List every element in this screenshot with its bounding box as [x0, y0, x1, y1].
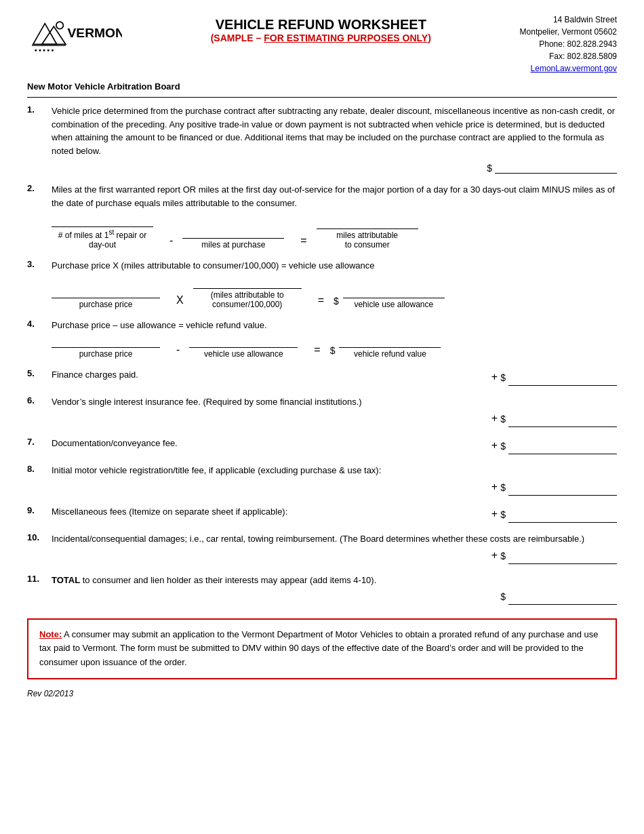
item-1-field[interactable]	[495, 161, 617, 174]
item-3: 3. Purchase price X (miles attributable …	[27, 259, 617, 309]
svg-text:VERMONT: VERMONT	[68, 26, 123, 40]
item-7-dollar: $	[500, 441, 506, 454]
item-2-field-1[interactable]	[52, 215, 153, 227]
svg-point-0	[56, 22, 64, 29]
website-link[interactable]: LemonLaw.vermont.gov	[531, 64, 617, 73]
item-8-body: Initial motor vehicle registration/title…	[52, 464, 617, 496]
header-divider	[27, 97, 617, 98]
item-3-number: 3.	[27, 259, 52, 269]
item-7-text: Documentation/conveyance fee.	[52, 437, 178, 450]
item-5-number: 5.	[27, 368, 52, 378]
svg-text:● ● ● ● ●: ● ● ● ● ●	[35, 47, 54, 52]
title-area: VEHICLE REFUND WORKSHEET (SAMPLE – FOR E…	[122, 14, 520, 43]
item-4-equals: =	[314, 344, 320, 359]
item-2-field-group-3: miles attributableto consumer	[317, 217, 418, 250]
item-4-field-group-2: vehicle use allowance	[189, 336, 298, 359]
item-10-number: 10.	[27, 532, 52, 542]
item-4-text: Purchase price – use allowance = vehicle…	[52, 319, 617, 332]
item-8-field[interactable]	[508, 483, 617, 496]
item-11-number: 11.	[27, 574, 52, 584]
item-1-body: Vehicle price determined from the purcha…	[52, 104, 617, 174]
item-10-plus: +	[491, 549, 498, 564]
item-10-body: Incidental/consequential damages; i.e., …	[52, 532, 617, 565]
item-2-minus: -	[169, 235, 173, 250]
item-3-label-1: purchase price	[79, 300, 133, 309]
item-5: 5. Finance charges paid. + $	[27, 368, 617, 386]
item-1: 1. Vehicle price determined from the pur…	[27, 104, 617, 174]
page-header: VERMONT ● ● ● ● ● VEHICLE REFUND WORKSHE…	[27, 14, 617, 75]
item-5-field[interactable]	[508, 374, 617, 386]
item-11-field[interactable]	[508, 593, 617, 605]
item-4-field-1[interactable]	[52, 336, 160, 348]
item-3-field-group-3: vehicle use allowance	[343, 286, 445, 309]
item-11: 11. TOTAL to consumer and lien holder as…	[27, 574, 617, 605]
address-line1: 14 Baldwin Street	[520, 14, 617, 26]
item-9-number: 9.	[27, 505, 52, 515]
item-3-field-group-1: purchase price	[52, 286, 160, 309]
item-10-text: Incidental/consequential damages; i.e., …	[52, 532, 617, 546]
item-4-field-2[interactable]	[189, 336, 298, 348]
item-5-text: Finance charges paid.	[52, 368, 138, 382]
org-name: New Motor Vehicle Arbitration Board	[27, 81, 617, 92]
item-3-field-2[interactable]	[193, 277, 302, 289]
item-8-plus: +	[491, 481, 498, 496]
rev-date: Rev 02/2013	[27, 689, 617, 698]
item-7: 7. Documentation/conveyance fee. + $	[27, 437, 617, 454]
item-4-label-1: purchase price	[79, 349, 133, 359]
item-11-text: TOTAL to consumer and lien holder as the…	[52, 574, 617, 587]
item-7-body: Documentation/conveyance fee. + $	[52, 437, 617, 454]
item-9-field[interactable]	[508, 511, 617, 523]
item-8: 8. Initial motor vehicle registration/ti…	[27, 464, 617, 496]
item-4-label-2: vehicle use allowance	[204, 349, 283, 359]
item-4-dollar-sign: $	[330, 345, 336, 359]
item-9-plus: +	[491, 508, 498, 523]
item-7-field[interactable]	[508, 442, 617, 454]
item-7-plus: +	[491, 439, 498, 454]
phone: Phone: 802.828.2943	[520, 38, 617, 50]
item-3-equals: =	[318, 294, 324, 309]
item-2-label-1: # of miles at 1st repair orday-out	[58, 229, 147, 250]
item-3-field-1[interactable]	[52, 286, 160, 298]
item-6-text: Vendor’s single interest insurance fee. …	[52, 395, 617, 409]
item-7-number: 7.	[27, 437, 52, 447]
item-5-body: Finance charges paid. + $	[52, 368, 617, 386]
item-1-text: Vehicle price determined from the purcha…	[52, 104, 617, 157]
item-6-field[interactable]	[508, 415, 617, 427]
item-5-dollar: $	[500, 372, 506, 386]
item-2-field-3[interactable]	[317, 217, 418, 229]
item-8-text: Initial motor vehicle registration/title…	[52, 464, 617, 477]
item-6-dollar: $	[500, 414, 506, 427]
item-6: 6. Vendor’s single interest insurance fe…	[27, 395, 617, 428]
item-2-equals: =	[300, 235, 306, 250]
item-10-field[interactable]	[508, 552, 617, 564]
item-11-body: TOTAL to consumer and lien holder as the…	[52, 574, 617, 605]
item-4-field-group-3: vehicle refund value	[339, 336, 441, 359]
item-2-field-2[interactable]	[182, 226, 284, 239]
item-3-field-3[interactable]	[343, 286, 445, 298]
item-6-body: Vendor’s single interest insurance fee. …	[52, 395, 617, 428]
item-8-number: 8.	[27, 464, 52, 474]
item-4-field-3[interactable]	[339, 336, 441, 348]
item-3-field-group-2: (miles attributable toconsumer/100,000)	[193, 277, 302, 309]
item-3-body: Purchase price X (miles attributable to …	[52, 259, 617, 309]
item-9: 9. Miscellaneous fees (Itemize on separa…	[27, 505, 617, 523]
item-10: 10. Incidental/consequential damages; i.…	[27, 532, 617, 565]
vermont-logo: VERMONT ● ● ● ● ●	[27, 14, 122, 54]
item-4-minus: -	[176, 344, 180, 359]
note-label: Note:	[39, 629, 62, 639]
item-3-label-2: (miles attributable toconsumer/100,000)	[211, 290, 284, 309]
item-3-text: Purchase price X (miles attributable to …	[52, 259, 617, 273]
note-text: A consumer may submit an application to …	[39, 629, 599, 668]
item-3-x: X	[176, 294, 184, 309]
item-2-label-3: miles attributableto consumer	[336, 231, 398, 250]
item-1-number: 1.	[27, 104, 52, 115]
item-2-number: 2.	[27, 183, 52, 193]
page-title: VEHICLE REFUND WORKSHEET	[122, 17, 520, 33]
item-9-dollar: $	[500, 509, 506, 523]
item-2: 2. Miles at the first warranted report O…	[27, 183, 617, 250]
item-2-label-2: miles at purchase	[201, 240, 265, 250]
item-4-body: Purchase price – use allowance = vehicle…	[52, 319, 617, 359]
item-2-field-group-1: # of miles at 1st repair orday-out	[52, 215, 153, 250]
item-9-text: Miscellaneous fees (Itemize on separate …	[52, 505, 287, 519]
fax: Fax: 802.828.5809	[520, 50, 617, 62]
